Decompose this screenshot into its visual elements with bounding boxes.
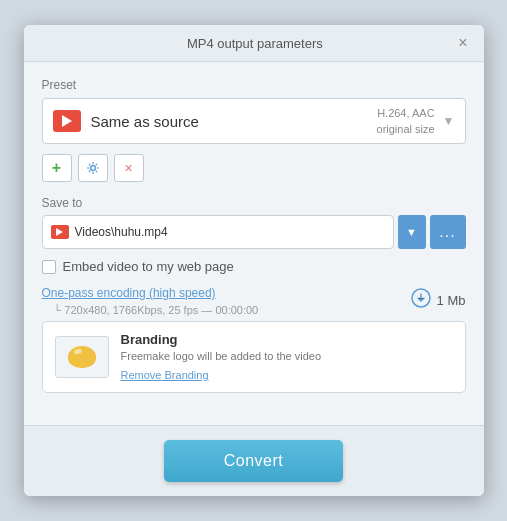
preset-dropdown-arrow: ▼ [443,114,455,128]
save-path-input[interactable]: Videos\huhu.mp4 [42,215,394,249]
preset-size: original size [377,123,435,135]
encoding-details: └ 720x480, 1766Kbps, 25 fps — 00:00:00 [54,304,259,316]
preset-info: H.264, AAC original size [377,105,435,138]
preset-toolbar: + × [42,154,466,182]
save-row: Videos\huhu.mp4 ▼ ... [42,215,466,249]
branding-description: Freemake logo will be added to the video [121,350,453,362]
encoding-size-section: One-pass encoding (high speed) └ 720x480… [42,286,466,317]
add-preset-button[interactable]: + [42,154,72,182]
save-to-label: Save to [42,196,466,210]
size-icon-svg [410,288,432,308]
file-play-icon [56,228,63,236]
svg-point-0 [90,166,95,171]
save-dropdown-button[interactable]: ▼ [398,215,426,249]
play-icon [62,115,72,127]
save-more-button[interactable]: ... [430,215,466,249]
file-size-text: 1 Mb [437,293,466,308]
remove-branding-link[interactable]: Remove Branding [121,369,209,381]
title-bar: MP4 output parameters × [24,25,484,62]
convert-button[interactable]: Convert [164,440,344,482]
save-dropdown-arrow: ▼ [406,226,417,238]
encoding-info: One-pass encoding (high speed) └ 720x480… [42,286,259,317]
preset-video-icon [53,110,81,132]
dialog-body: Preset Same as source H.264, AAC origina… [24,62,484,425]
embed-checkbox[interactable] [42,260,56,274]
embed-label: Embed video to my web page [63,259,234,274]
file-size-display: 1 Mb [410,288,466,313]
branding-title: Branding [121,332,453,347]
embed-row: Embed video to my web page [42,259,466,274]
encoding-link[interactable]: One-pass encoding (high speed) [42,286,259,300]
preset-codec: H.264, AAC [377,107,434,119]
close-button[interactable]: × [456,35,469,51]
settings-button[interactable] [78,154,108,182]
logo-shine [73,348,82,355]
preset-name: Same as source [91,113,377,130]
branding-box: Branding Freemake logo will be added to … [42,321,466,393]
dialog-footer: Convert [24,425,484,496]
dialog: MP4 output parameters × Preset Same as s… [24,25,484,496]
remove-preset-button[interactable]: × [114,154,144,182]
gear-icon [86,161,100,175]
download-icon [410,288,432,313]
branding-thumbnail [55,336,109,378]
save-path-text: Videos\huhu.mp4 [75,225,385,239]
dialog-title: MP4 output parameters [54,36,457,51]
preset-label: Preset [42,78,466,92]
branding-text: Branding Freemake logo will be added to … [121,332,453,382]
file-video-icon [51,225,69,239]
preset-selector[interactable]: Same as source H.264, AAC original size … [42,98,466,144]
freemake-logo-icon [68,346,96,368]
